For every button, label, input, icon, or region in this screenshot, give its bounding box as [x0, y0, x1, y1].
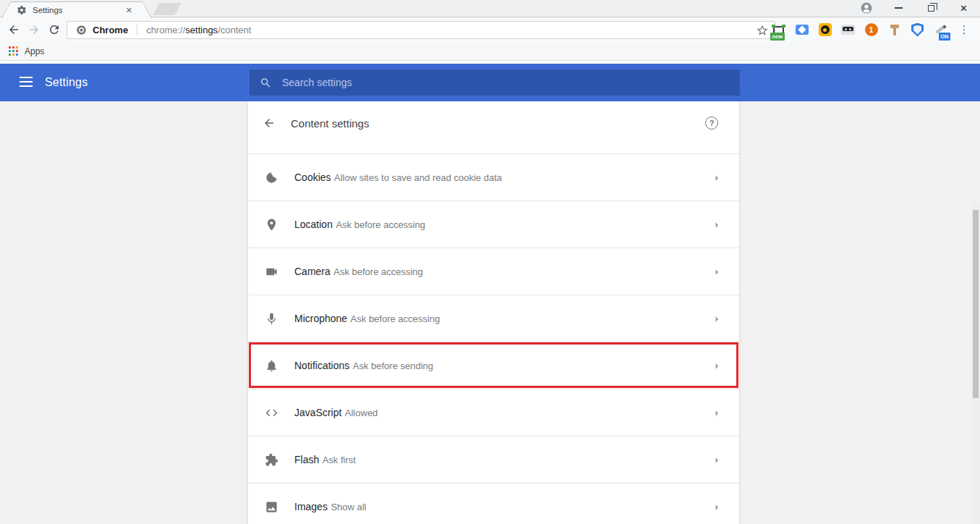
browser-tab[interactable]: Settings ✕	[1, 1, 152, 18]
location-icon	[264, 217, 278, 232]
row-title: Microphone	[294, 313, 347, 324]
privacy-mask-extension-icon[interactable]	[840, 22, 856, 38]
chrome-logo-icon	[76, 25, 87, 35]
microphone-icon	[264, 311, 278, 326]
row-title: Flash	[294, 454, 319, 465]
settings-row-location[interactable]: Location Ask before accessing	[248, 200, 739, 248]
site-name-chip: Chrome	[93, 25, 128, 35]
content-settings-card: Content settings ? Cookies Allow sites t…	[248, 101, 739, 524]
tab-close-icon[interactable]: ✕	[124, 6, 134, 15]
row-subtitle: Ask before sending	[353, 360, 433, 371]
tab-title: Settings	[33, 6, 124, 14]
chevron-right-icon	[710, 501, 723, 514]
row-title: Cookies	[294, 172, 331, 183]
bookmark-star-icon[interactable]	[756, 24, 769, 37]
apps-bookmark[interactable]: Apps	[25, 46, 44, 56]
row-subtitle: Allowed	[345, 407, 378, 418]
search-icon	[260, 77, 272, 89]
row-title: JavaScript	[294, 407, 341, 418]
images-icon	[264, 499, 278, 514]
forward-button[interactable]	[25, 22, 43, 38]
url-text[interactable]: chrome://settings/content	[137, 25, 251, 35]
minimize-icon	[895, 7, 903, 9]
row-title: Camera	[294, 266, 331, 277]
chevron-right-icon	[710, 219, 723, 232]
content-settings-title: Content settings	[291, 117, 369, 130]
minimize-button[interactable]	[882, 0, 915, 16]
settings-search-box[interactable]	[250, 69, 740, 96]
chevron-right-icon	[710, 266, 723, 279]
help-icon[interactable]: ?	[705, 117, 718, 130]
browser-toolbar: Chrome chrome://settings/content new 1 O…	[0, 17, 980, 42]
settings-row-microphone[interactable]: Microphone Ask before accessing	[248, 295, 739, 342]
row-subtitle: Ask before accessing	[333, 266, 423, 277]
chevron-right-icon	[710, 454, 723, 467]
reload-button[interactable]	[45, 22, 64, 38]
row-subtitle: Show all	[331, 502, 366, 512]
bookmarks-bar: Apps	[0, 42, 980, 61]
restore-button[interactable]	[915, 0, 947, 16]
close-icon: ✕	[960, 4, 968, 13]
settings-row-javascript[interactable]: JavaScript Allowed	[248, 389, 739, 436]
row-title: Notifications	[294, 360, 349, 371]
apps-grid-icon	[9, 46, 18, 56]
chevron-right-icon	[710, 360, 723, 373]
profile-icon[interactable]	[850, 0, 882, 16]
vpn-shield-extension-icon[interactable]	[910, 22, 925, 38]
screen-recorder-extension-icon[interactable]	[817, 22, 832, 38]
camera-icon	[264, 264, 278, 279]
signpost-extension-icon[interactable]	[887, 22, 902, 38]
settings-row-camera[interactable]: Camera Ask before accessing	[248, 248, 739, 295]
on-badge: ON	[939, 33, 950, 41]
settings-search-input[interactable]	[282, 77, 687, 88]
row-subtitle: Allow sites to save and read cookie data	[334, 172, 502, 183]
sketch-toggle-extension-icon[interactable]: ON	[933, 22, 948, 38]
flash-icon	[264, 452, 278, 467]
row-subtitle: Ask first	[323, 455, 356, 465]
settings-page-background: Content settings ? Cookies Allow sites t…	[0, 101, 980, 524]
row-title: Location	[294, 219, 333, 230]
row-subtitle: Ask before accessing	[351, 313, 440, 324]
price-tag-extension-icon[interactable]	[794, 22, 809, 38]
row-subtitle: Ask before accessing	[336, 219, 425, 230]
settings-gear-icon	[17, 5, 27, 15]
settings-page-title: Settings	[45, 64, 88, 101]
cookie-icon	[264, 170, 278, 185]
content-settings-header: Content settings ?	[248, 101, 739, 153]
javascript-icon	[264, 405, 278, 420]
settings-row-images[interactable]: Images Show all	[248, 483, 739, 524]
back-button[interactable]	[4, 22, 23, 38]
settings-rows: Cookies Allow sites to save and read coo…	[248, 153, 739, 524]
one-tab-extension-icon[interactable]: 1	[864, 22, 879, 38]
chevron-right-icon	[710, 407, 723, 420]
scrollbar-thumb[interactable]	[973, 210, 979, 398]
settings-row-cookies[interactable]: Cookies Allow sites to save and read coo…	[248, 153, 739, 200]
new-tab-button[interactable]	[153, 3, 181, 15]
row-title: Images	[294, 501, 328, 512]
settings-row-notifications[interactable]: Notifications Ask before sending	[248, 342, 739, 389]
scrollbar[interactable]	[971, 203, 980, 524]
tab-strip: Settings ✕ ✕	[0, 0, 980, 17]
close-button[interactable]: ✕	[947, 0, 980, 16]
settings-row-flash[interactable]: Flash Ask first	[248, 436, 739, 483]
back-arrow-icon[interactable]	[263, 117, 276, 130]
hamburger-menu-icon[interactable]	[20, 77, 33, 87]
settings-header: Settings	[0, 64, 980, 101]
chevron-right-icon	[710, 313, 723, 326]
restore-icon	[928, 5, 934, 12]
extension-area: new 1 ON ⋮	[771, 20, 971, 39]
address-bar[interactable]: Chrome chrome://settings/content	[67, 21, 775, 39]
screen-capture-extension-icon[interactable]: new	[771, 22, 786, 38]
browser-menu-icon[interactable]: ⋮	[956, 22, 971, 38]
chevron-right-icon	[710, 172, 723, 185]
notifications-icon	[264, 358, 278, 373]
new-badge: new	[770, 33, 785, 41]
